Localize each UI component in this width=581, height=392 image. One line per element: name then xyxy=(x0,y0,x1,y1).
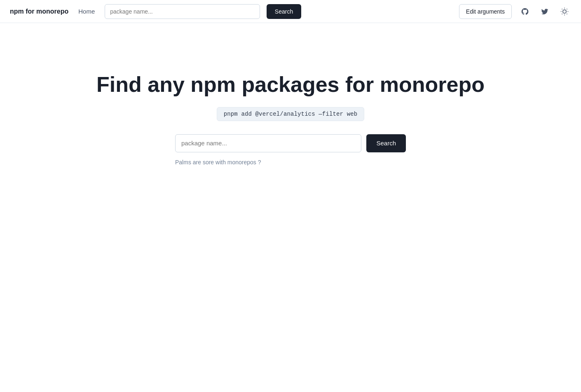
edit-arguments-button[interactable]: Edit arguments xyxy=(459,4,512,19)
twitter-link-button[interactable] xyxy=(538,5,551,18)
github-link-button[interactable] xyxy=(518,5,532,18)
navbar-search-button[interactable]: Search xyxy=(267,4,301,19)
code-example-badge: pnpm add @vercel/analytics —filter web xyxy=(217,107,365,121)
svg-point-0 xyxy=(563,9,566,13)
hero-search-row: Search xyxy=(175,134,406,152)
svg-line-7 xyxy=(562,14,562,14)
svg-line-4 xyxy=(567,14,567,14)
theme-toggle-icon xyxy=(560,7,569,16)
navbar: npm for monorepo Home Search Edit argume… xyxy=(0,0,581,23)
tagline-text: Palms are sore with monorepos ? xyxy=(175,159,406,166)
main-content: Find any npm packages for monorepo pnpm … xyxy=(0,23,581,166)
twitter-icon xyxy=(541,7,549,16)
theme-toggle-button[interactable] xyxy=(558,5,571,18)
svg-line-3 xyxy=(562,9,562,9)
github-icon xyxy=(521,7,529,16)
site-brand[interactable]: npm for monorepo xyxy=(10,8,68,15)
nav-home-link[interactable]: Home xyxy=(75,5,98,17)
hero-search-input[interactable] xyxy=(175,134,361,152)
hero-title: Find any npm packages for monorepo xyxy=(96,72,485,97)
svg-line-8 xyxy=(567,9,567,9)
hero-search-button[interactable]: Search xyxy=(366,134,406,152)
navbar-search-input[interactable] xyxy=(105,4,260,19)
